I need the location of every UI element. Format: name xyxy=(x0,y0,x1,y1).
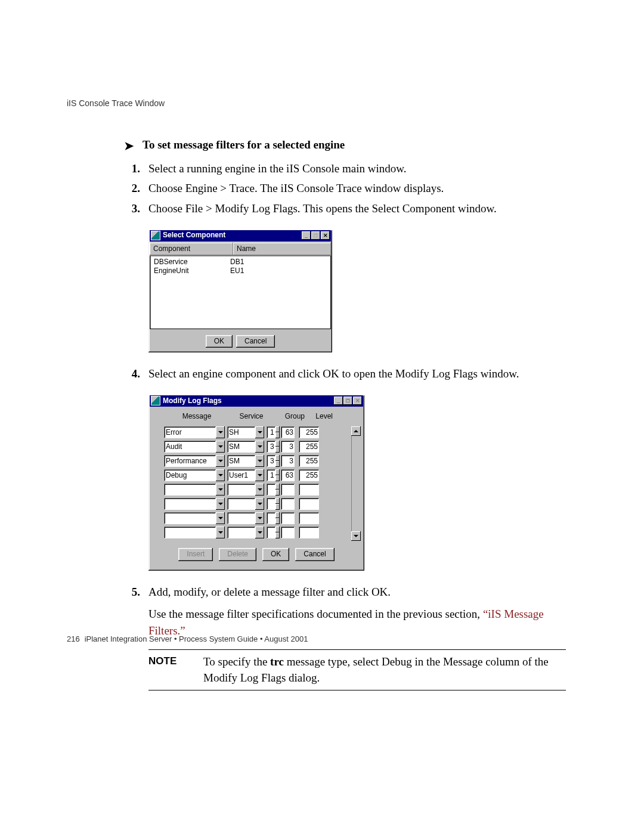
chevron-down-icon[interactable] xyxy=(216,469,225,481)
group-from-stepper[interactable] xyxy=(267,512,280,524)
col-name[interactable]: Name xyxy=(233,243,331,255)
titlebar[interactable]: Select Component _ □ ✕ xyxy=(150,230,331,241)
spinner[interactable] xyxy=(275,512,280,524)
spinner[interactable] xyxy=(275,469,280,481)
spinner[interactable] xyxy=(275,527,280,538)
chevron-down-icon[interactable] xyxy=(216,441,225,453)
service-dropdown[interactable]: SH xyxy=(227,426,264,438)
ok-button[interactable]: OK xyxy=(206,335,233,348)
component-list[interactable]: DBService DB1 EngineUnit EU1 xyxy=(150,256,331,329)
cancel-button[interactable]: Cancel xyxy=(295,548,334,561)
group-to-stepper[interactable] xyxy=(281,484,298,496)
message-value[interactable]: Performance xyxy=(164,455,216,467)
list-item[interactable]: EngineUnit EU1 xyxy=(150,266,330,275)
message-dropdown[interactable]: Audit xyxy=(164,441,225,453)
titlebar[interactable]: Modify Log Flags _ □ ✕ xyxy=(150,395,363,407)
chevron-down-icon[interactable] xyxy=(255,527,264,538)
group-from-stepper[interactable]: 1 xyxy=(267,426,280,438)
chevron-down-icon[interactable] xyxy=(216,484,225,496)
group-to-stepper[interactable] xyxy=(281,498,298,510)
group-from-value[interactable]: 1 xyxy=(267,426,275,438)
service-value[interactable] xyxy=(227,512,255,524)
level-value[interactable]: 255 xyxy=(299,469,319,481)
level-value[interactable] xyxy=(299,498,319,510)
minimize-button[interactable]: _ xyxy=(334,397,343,405)
group-to-value[interactable] xyxy=(281,527,295,538)
message-dropdown[interactable] xyxy=(164,498,225,510)
group-from-stepper[interactable]: 1 xyxy=(267,469,280,481)
message-value[interactable] xyxy=(164,484,216,496)
service-dropdown[interactable] xyxy=(227,512,264,524)
message-value[interactable]: Debug xyxy=(164,469,216,481)
service-value[interactable]: SM xyxy=(227,441,255,453)
spinner[interactable] xyxy=(275,455,280,467)
service-value[interactable] xyxy=(227,498,255,510)
chevron-down-icon[interactable] xyxy=(255,498,264,510)
group-from-stepper[interactable] xyxy=(267,498,280,510)
scroll-up-button[interactable] xyxy=(351,426,361,436)
chevron-down-icon[interactable] xyxy=(255,469,264,481)
ok-button[interactable]: OK xyxy=(262,548,289,561)
service-value[interactable]: User1 xyxy=(227,469,255,481)
group-from-value[interactable]: 1 xyxy=(267,469,275,481)
level-value[interactable]: 255 xyxy=(299,426,319,438)
chevron-down-icon[interactable] xyxy=(255,455,264,467)
service-dropdown[interactable]: User1 xyxy=(227,469,264,481)
message-dropdown[interactable] xyxy=(164,484,225,496)
message-dropdown[interactable] xyxy=(164,527,225,538)
group-from-value[interactable] xyxy=(267,484,275,496)
level-field[interactable] xyxy=(299,527,319,538)
group-from-value[interactable] xyxy=(267,527,275,538)
chevron-down-icon[interactable] xyxy=(255,512,264,524)
chevron-down-icon[interactable] xyxy=(216,455,225,467)
service-value[interactable] xyxy=(227,527,255,538)
group-to-stepper[interactable]: 3 xyxy=(281,441,298,453)
service-value[interactable] xyxy=(227,484,255,496)
group-to-value[interactable] xyxy=(281,498,295,510)
service-value[interactable]: SM xyxy=(227,455,255,467)
group-from-value[interactable]: 3 xyxy=(267,441,275,453)
level-field[interactable]: 255 xyxy=(299,426,319,438)
level-field[interactable] xyxy=(299,512,319,524)
chevron-down-icon[interactable] xyxy=(216,498,225,510)
group-to-stepper[interactable]: 63 xyxy=(281,426,298,438)
spinner[interactable] xyxy=(275,441,280,453)
chevron-down-icon[interactable] xyxy=(216,426,225,438)
service-dropdown[interactable] xyxy=(227,498,264,510)
message-value[interactable] xyxy=(164,527,216,538)
group-to-value[interactable]: 3 xyxy=(281,455,295,467)
message-dropdown[interactable]: Debug xyxy=(164,469,225,481)
level-value[interactable] xyxy=(299,484,319,496)
group-from-value[interactable] xyxy=(267,512,275,524)
group-from-value[interactable] xyxy=(267,498,275,510)
group-to-stepper[interactable]: 3 xyxy=(281,455,298,467)
scroll-down-button[interactable] xyxy=(351,531,361,541)
group-to-stepper[interactable]: 63 xyxy=(281,469,298,481)
group-from-value[interactable]: 3 xyxy=(267,455,275,467)
scrollbar[interactable] xyxy=(351,426,361,541)
list-item[interactable]: DBService DB1 xyxy=(150,257,330,266)
level-field[interactable] xyxy=(299,484,319,496)
message-value[interactable]: Error xyxy=(164,426,216,438)
chevron-down-icon[interactable] xyxy=(216,512,225,524)
spinner[interactable] xyxy=(275,484,280,496)
message-dropdown[interactable]: Performance xyxy=(164,455,225,467)
level-value[interactable] xyxy=(299,527,319,538)
chevron-down-icon[interactable] xyxy=(255,484,264,496)
group-from-stepper[interactable]: 3 xyxy=(267,441,280,453)
close-button[interactable]: ✕ xyxy=(321,231,330,240)
group-from-stepper[interactable] xyxy=(267,484,280,496)
message-value[interactable]: Audit xyxy=(164,441,216,453)
group-from-stepper[interactable]: 3 xyxy=(267,455,280,467)
group-to-value[interactable]: 3 xyxy=(281,441,295,453)
message-value[interactable] xyxy=(164,498,216,510)
minimize-button[interactable]: _ xyxy=(302,231,311,240)
service-dropdown[interactable]: SM xyxy=(227,455,264,467)
group-to-value[interactable]: 63 xyxy=(281,426,295,438)
message-dropdown[interactable] xyxy=(164,512,225,524)
level-field[interactable]: 255 xyxy=(299,455,319,467)
group-to-stepper[interactable] xyxy=(281,512,298,524)
group-to-stepper[interactable] xyxy=(281,527,298,538)
spinner[interactable] xyxy=(275,498,280,510)
service-dropdown[interactable] xyxy=(227,527,264,538)
